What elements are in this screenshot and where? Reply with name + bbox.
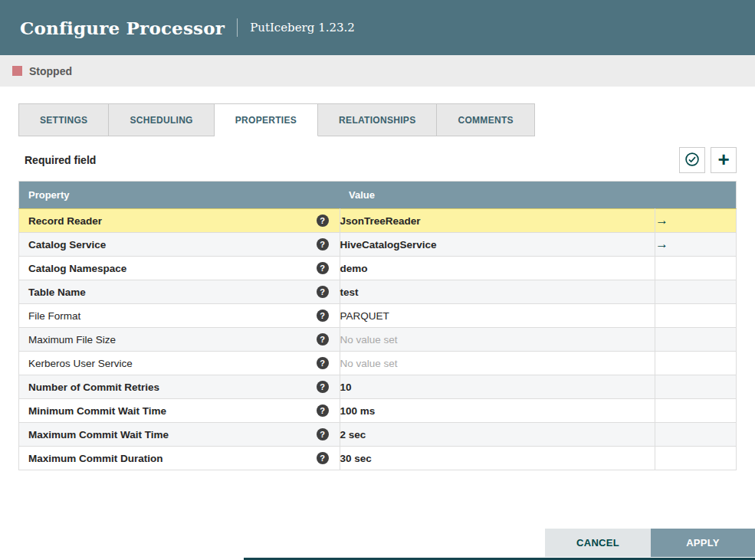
go-to-service-icon[interactable]: → <box>655 213 668 228</box>
help-icon[interactable]: ? <box>317 381 329 393</box>
status-label: Stopped <box>29 65 72 77</box>
plus-icon: + <box>717 149 729 169</box>
property-row-maximum-commit-duration[interactable]: Maximum Commit Duration?30 sec <box>19 447 737 470</box>
property-value[interactable]: 10 <box>340 382 352 393</box>
property-name: Number of Commit Retries <box>28 382 159 393</box>
property-row-record-reader[interactable]: Record Reader?JsonTreeReader→ <box>19 209 737 233</box>
tab-relationships[interactable]: RELATIONSHIPS <box>318 103 437 136</box>
go-to-service-icon[interactable]: → <box>655 237 668 251</box>
verify-properties-button[interactable] <box>679 147 705 173</box>
help-icon[interactable]: ? <box>317 309 329 322</box>
property-row-catalog-namespace[interactable]: Catalog Namespace?demo <box>19 257 737 280</box>
property-name: Maximum Commit Wait Time <box>28 429 169 440</box>
help-icon[interactable]: ? <box>317 357 329 369</box>
property-name: Kerberos User Service <box>28 358 133 369</box>
property-row-minimum-commit-wait-time[interactable]: Minimum Commit Wait Time?100 ms <box>19 399 737 423</box>
property-name: Minimum Commit Wait Time <box>28 405 166 417</box>
property-value[interactable]: No value set <box>340 358 398 369</box>
column-header-property: Property <box>19 182 340 209</box>
toolbar-buttons: + <box>679 147 737 173</box>
title-separator <box>237 18 238 37</box>
property-row-number-of-commit-retries[interactable]: Number of Commit Retries?10 <box>19 375 737 399</box>
property-row-maximum-commit-wait-time[interactable]: Maximum Commit Wait Time?2 sec <box>19 423 737 447</box>
property-value[interactable]: demo <box>340 263 368 274</box>
property-value[interactable]: test <box>340 287 359 298</box>
tab-comments[interactable]: COMMENTS <box>437 103 534 136</box>
tab-settings[interactable]: SETTINGS <box>18 103 109 136</box>
column-header-value: Value <box>340 182 736 209</box>
property-name: File Format <box>28 310 80 322</box>
properties-table: Property Value Record Reader?JsonTreeRea… <box>18 181 737 470</box>
help-icon[interactable]: ? <box>317 262 329 274</box>
configure-processor-dialog: Configure Processor PutIceberg 1.23.2 St… <box>0 0 755 470</box>
help-icon[interactable]: ? <box>317 428 329 440</box>
table-header-row: Property Value <box>19 182 737 209</box>
properties-toolbar: Required field + <box>18 147 737 173</box>
help-icon[interactable]: ? <box>317 286 329 298</box>
stopped-status-icon <box>12 66 22 76</box>
help-icon[interactable]: ? <box>317 238 329 251</box>
property-name: Catalog Service <box>28 239 106 251</box>
property-row-table-name[interactable]: Table Name?test <box>19 280 737 304</box>
property-row-catalog-service[interactable]: Catalog Service?HiveCatalogService→ <box>19 233 737 257</box>
required-field-label: Required field <box>25 154 96 166</box>
property-name: Record Reader <box>28 215 102 227</box>
status-bar: Stopped <box>0 55 755 87</box>
tab-scheduling[interactable]: SCHEDULING <box>109 103 214 136</box>
apply-button[interactable]: APPLY <box>651 529 755 557</box>
properties-table-body: Record Reader?JsonTreeReader→Catalog Ser… <box>19 209 737 470</box>
property-value[interactable]: 100 ms <box>340 405 376 417</box>
property-row-maximum-file-size[interactable]: Maximum File Size?No value set <box>19 328 737 352</box>
property-value[interactable]: PARQUET <box>340 310 389 322</box>
property-name: Table Name <box>28 287 86 298</box>
property-name: Maximum Commit Duration <box>28 453 163 464</box>
check-circle-icon <box>684 152 700 169</box>
property-row-kerberos-user-service[interactable]: Kerberos User Service?No value set <box>19 352 737 375</box>
property-name: Maximum File Size <box>28 334 116 345</box>
property-row-file-format[interactable]: File Format?PARQUET <box>19 304 737 328</box>
help-icon[interactable]: ? <box>317 404 329 417</box>
dialog-content: SETTINGSSCHEDULINGPROPERTIESRELATIONSHIP… <box>0 87 755 470</box>
property-value[interactable]: No value set <box>340 334 398 345</box>
help-icon[interactable]: ? <box>317 452 329 464</box>
property-value[interactable]: 30 sec <box>340 453 372 464</box>
dialog-footer: CANCEL APPLY <box>545 529 755 557</box>
dialog-title: Configure Processor <box>20 18 225 38</box>
cancel-button[interactable]: CANCEL <box>545 529 651 557</box>
tab-bar: SETTINGSSCHEDULINGPROPERTIESRELATIONSHIP… <box>18 103 737 136</box>
property-name: Catalog Namespace <box>28 263 126 274</box>
dialog-header: Configure Processor PutIceberg 1.23.2 <box>0 0 755 55</box>
tab-properties[interactable]: PROPERTIES <box>215 103 318 136</box>
processor-name-version: PutIceberg 1.23.2 <box>250 21 355 34</box>
property-value[interactable]: HiveCatalogService <box>340 239 437 251</box>
help-icon[interactable]: ? <box>317 333 329 345</box>
property-value[interactable]: JsonTreeReader <box>340 215 421 227</box>
help-icon[interactable]: ? <box>317 215 329 227</box>
property-value[interactable]: 2 sec <box>340 429 366 440</box>
add-property-button[interactable]: + <box>711 147 737 173</box>
